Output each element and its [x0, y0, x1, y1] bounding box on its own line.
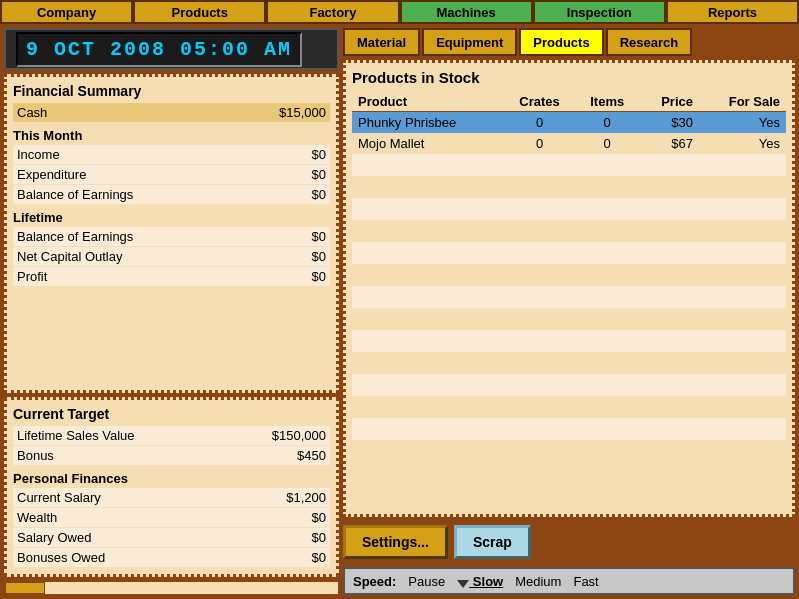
- income-row: Income $0: [13, 145, 330, 164]
- speed-slow[interactable]: Slow: [457, 574, 503, 589]
- income-value: $0: [312, 147, 326, 162]
- personal-finances-title: Personal Finances: [13, 471, 330, 486]
- clock-display: 9 OCT 2008 05:00 AM: [16, 32, 302, 67]
- top-navigation: Company Products Factory Machines Inspec…: [0, 0, 799, 24]
- table-row-empty: [352, 220, 786, 242]
- products-in-stock-area: Products in Stock Product Crates Items P…: [343, 60, 795, 517]
- speed-medium[interactable]: Medium: [515, 574, 561, 589]
- sub-tabs: Material Equipment Products Research: [343, 28, 795, 56]
- bonus-row: Bonus $450: [13, 446, 330, 465]
- scrap-button[interactable]: Scrap: [454, 525, 531, 559]
- cell-price: $67: [639, 133, 699, 154]
- cell-crates: 0: [504, 133, 576, 154]
- profit-value: $0: [312, 269, 326, 284]
- profit-row: Profit $0: [13, 267, 330, 286]
- expenditure-value: $0: [312, 167, 326, 182]
- settings-button[interactable]: Settings...: [343, 525, 448, 559]
- main-area: 9 OCT 2008 05:00 AM Financial Summary Ca…: [0, 24, 799, 599]
- bonuses-owed-value: $0: [312, 550, 326, 565]
- cell-items: 0: [576, 133, 639, 154]
- table-row-empty: [352, 308, 786, 330]
- sub-tab-material[interactable]: Material: [343, 28, 420, 56]
- income-label: Income: [17, 147, 60, 162]
- table-row-empty: [352, 264, 786, 286]
- table-row-empty: [352, 154, 786, 176]
- bonus-value: $450: [297, 448, 326, 463]
- wealth-value: $0: [312, 510, 326, 525]
- lifetime-balance-value: $0: [312, 229, 326, 244]
- balance-earnings-label: Balance of Earnings: [17, 187, 133, 202]
- net-capital-label: Net Capital Outlay: [17, 249, 123, 264]
- lifetime-balance-row: Balance of Earnings $0: [13, 227, 330, 246]
- header-items: Items: [576, 92, 639, 112]
- speed-bar: Speed: Pause Slow Medium Fast: [343, 567, 795, 595]
- cell-product: Mojo Mallet: [352, 133, 504, 154]
- table-row[interactable]: Mojo Mallet 0 0 $67 Yes: [352, 133, 786, 154]
- speed-indicator-icon: [457, 580, 469, 588]
- clock-area: 9 OCT 2008 05:00 AM: [4, 28, 339, 70]
- speed-pause[interactable]: Pause: [408, 574, 445, 589]
- table-row-empty: [352, 242, 786, 264]
- table-row-empty: [352, 396, 786, 418]
- net-capital-value: $0: [312, 249, 326, 264]
- nav-reports[interactable]: Reports: [666, 0, 799, 24]
- balance-earnings-value: $0: [312, 187, 326, 202]
- cell-items: 0: [576, 112, 639, 134]
- nav-inspection[interactable]: Inspection: [533, 0, 666, 24]
- bonuses-owed-row: Bonuses Owed $0: [13, 548, 330, 567]
- nav-factory[interactable]: Factory: [266, 0, 399, 24]
- nav-company[interactable]: Company: [0, 0, 133, 24]
- lifetime-balance-label: Balance of Earnings: [17, 229, 133, 244]
- balance-earnings-row: Balance of Earnings $0: [13, 185, 330, 204]
- header-crates: Crates: [504, 92, 576, 112]
- cell-price: $30: [639, 112, 699, 134]
- header-price: Price: [639, 92, 699, 112]
- lifetime-sales-value: $150,000: [272, 428, 326, 443]
- salary-value: $1,200: [286, 490, 326, 505]
- sub-tab-equipment[interactable]: Equipment: [422, 28, 517, 56]
- sub-tab-research[interactable]: Research: [606, 28, 693, 56]
- financial-summary-title: Financial Summary: [13, 83, 330, 99]
- expenditure-row: Expenditure $0: [13, 165, 330, 184]
- table-row-empty: [352, 286, 786, 308]
- sub-tab-products[interactable]: Products: [519, 28, 603, 56]
- salary-row: Current Salary $1,200: [13, 488, 330, 507]
- speed-fast[interactable]: Fast: [573, 574, 598, 589]
- speed-label: Speed:: [353, 574, 396, 589]
- bottom-buttons-area: Settings... Scrap: [343, 521, 795, 563]
- products-in-stock-title: Products in Stock: [352, 69, 786, 86]
- cell-crates: 0: [504, 112, 576, 134]
- lifetime-sales-label: Lifetime Sales Value: [17, 428, 135, 443]
- header-product: Product: [352, 92, 504, 112]
- nav-machines[interactable]: Machines: [400, 0, 533, 24]
- table-row-empty: [352, 352, 786, 374]
- nav-products-tab[interactable]: Products: [133, 0, 266, 24]
- scroll-bar-area: [4, 581, 339, 595]
- cell-product: Phunky Phrisbee: [352, 112, 504, 134]
- table-row[interactable]: Phunky Phrisbee 0 0 $30 Yes: [352, 112, 786, 134]
- cash-value: $15,000: [279, 105, 326, 120]
- table-row-empty: [352, 418, 786, 440]
- left-panel: 9 OCT 2008 05:00 AM Financial Summary Ca…: [4, 28, 339, 595]
- current-target-title: Current Target: [13, 406, 330, 422]
- target-panel: Current Target Lifetime Sales Value $150…: [4, 397, 339, 577]
- cell-for-sale: Yes: [699, 112, 786, 134]
- cash-row: Cash $15,000: [13, 103, 330, 122]
- salary-label: Current Salary: [17, 490, 101, 505]
- this-month-title: This Month: [13, 128, 330, 143]
- products-table: Product Crates Items Price For Sale Phun…: [352, 92, 786, 462]
- net-capital-row: Net Capital Outlay $0: [13, 247, 330, 266]
- cell-for-sale: Yes: [699, 133, 786, 154]
- lifetime-title: Lifetime: [13, 210, 330, 225]
- profit-label: Profit: [17, 269, 47, 284]
- bonus-label: Bonus: [17, 448, 54, 463]
- bonuses-owed-label: Bonuses Owed: [17, 550, 105, 565]
- wealth-row: Wealth $0: [13, 508, 330, 527]
- salary-owed-label: Salary Owed: [17, 530, 91, 545]
- lifetime-sales-row: Lifetime Sales Value $150,000: [13, 426, 330, 445]
- expenditure-label: Expenditure: [17, 167, 86, 182]
- salary-owed-row: Salary Owed $0: [13, 528, 330, 547]
- table-row-empty: [352, 374, 786, 396]
- header-for-sale: For Sale: [699, 92, 786, 112]
- table-row-empty: [352, 330, 786, 352]
